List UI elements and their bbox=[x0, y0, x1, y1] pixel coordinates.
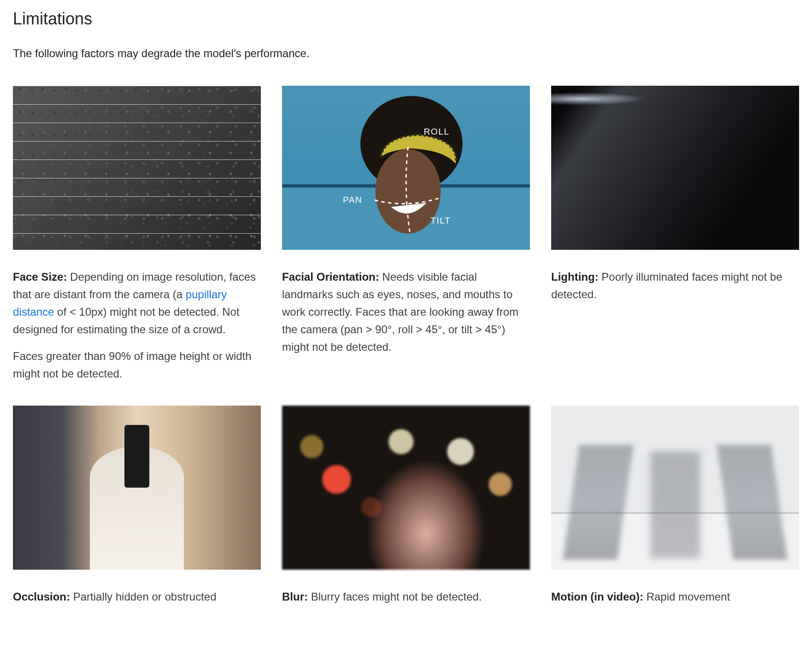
image-face-size bbox=[13, 86, 261, 250]
image-motion bbox=[551, 406, 799, 570]
card-text-lighting: Lighting: Poorly illuminated faces might… bbox=[551, 268, 799, 303]
card-title: Blur: bbox=[282, 590, 308, 603]
card-text-blur: Blur: Blurry faces might not be detected… bbox=[282, 588, 530, 606]
pan-label: PAN bbox=[343, 195, 363, 205]
card-text-face-size: Face Size: Depending on image resolution… bbox=[13, 268, 261, 382]
card-title: Occlusion: bbox=[13, 590, 70, 603]
image-occlusion bbox=[13, 406, 261, 570]
card-body-part: Rapid movement bbox=[643, 590, 730, 603]
roll-label: ROLL bbox=[424, 127, 449, 136]
card-facial-orientation: ROLL PAN TILT Facial Orientation: Needs … bbox=[282, 86, 530, 383]
image-lighting bbox=[551, 86, 799, 250]
image-blur bbox=[282, 406, 530, 570]
intro-text: The following factors may degrade the mo… bbox=[13, 45, 799, 62]
card-title: Motion (in video): bbox=[551, 590, 643, 603]
limitations-grid: Face Size: Depending on image resolution… bbox=[13, 86, 799, 606]
image-facial-orientation: ROLL PAN TILT bbox=[282, 86, 530, 250]
tilt-label: TILT bbox=[430, 216, 451, 225]
card-text-facial-orientation: Facial Orientation: Needs visible facial… bbox=[282, 268, 530, 356]
card-text-occlusion: Occlusion: Partially hidden or obstructe… bbox=[13, 588, 261, 606]
card-motion: Motion (in video): Rapid movement bbox=[551, 406, 799, 606]
card-lighting: Lighting: Poorly illuminated faces might… bbox=[551, 86, 799, 383]
card-title: Facial Orientation: bbox=[282, 271, 379, 283]
card-text-motion: Motion (in video): Rapid movement bbox=[551, 588, 799, 606]
card-body-part: Blurry faces might not be detected. bbox=[308, 590, 482, 603]
card-title: Lighting: bbox=[551, 271, 599, 283]
card-blur: Blur: Blurry faces might not be detected… bbox=[282, 406, 530, 606]
card-occlusion: Occlusion: Partially hidden or obstructe… bbox=[13, 406, 261, 606]
section-heading: Limitations bbox=[13, 9, 799, 29]
card-face-size: Face Size: Depending on image resolution… bbox=[13, 86, 261, 383]
card-body-part: Partially hidden or obstructed bbox=[70, 590, 217, 603]
card-extra-text: Faces greater than 90% of image height o… bbox=[13, 348, 261, 383]
card-title: Face Size: bbox=[13, 271, 67, 283]
